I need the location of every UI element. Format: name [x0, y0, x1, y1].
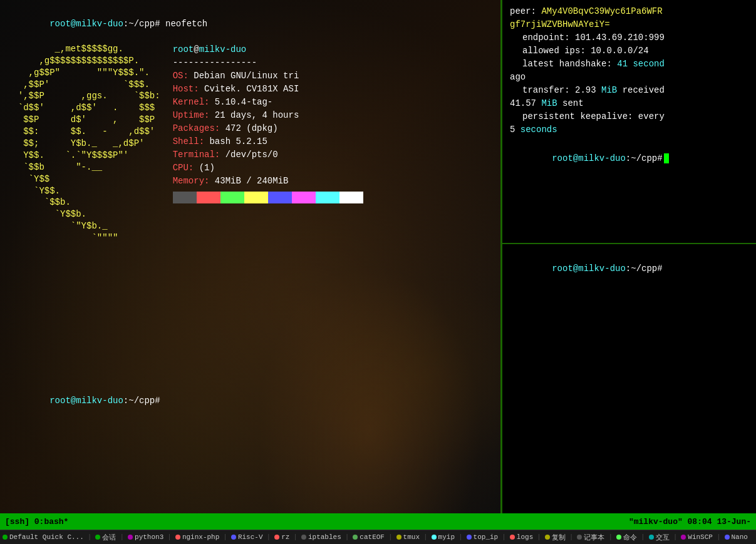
- tab-label-python3: python3: [135, 533, 163, 541]
- allowed-ips-line: allowed ips: 10.0.0.0/24: [510, 44, 748, 58]
- swatch-blue: [268, 192, 292, 203]
- tab-label-cateof: catEOF: [360, 533, 385, 541]
- right-top-section: peer: AMy4V0BqvC39Wyc61Pa6WFR gf7rjiWZVB…: [502, 0, 756, 244]
- tab-separator: |: [267, 533, 271, 541]
- tab-item-risc-v[interactable]: Risc-V: [231, 533, 263, 541]
- tab-dot-fuzhui: [545, 535, 550, 540]
- tab-label-myip: myip: [438, 533, 455, 541]
- tab-label-nano: Nano: [732, 533, 748, 541]
- tab-item-huihua[interactable]: 会话: [95, 533, 116, 542]
- tab-item-rz[interactable]: rz: [274, 533, 289, 541]
- tab-label-risc-v: Risc-V: [238, 533, 263, 541]
- uptime-line: Uptime: 21 days, 4 hours: [173, 109, 363, 122]
- tab-item-iptables[interactable]: iptables: [301, 533, 341, 541]
- neofetch-info: root@milkv-duo ---------------- OS: Debi…: [173, 43, 363, 244]
- tab-item-logs[interactable]: logs: [510, 533, 533, 541]
- tab-item-myip[interactable]: myip: [432, 533, 455, 541]
- tab-item-default-quick[interactable]: Default Quick C...: [3, 533, 84, 541]
- tab-item-jiben[interactable]: 记事本: [577, 533, 604, 542]
- tab-label-tmux: tmux: [403, 533, 420, 541]
- tab-separator: |: [569, 533, 574, 541]
- tab-bar: Default Quick C...|会话|python3|nginx-php|…: [0, 530, 756, 544]
- swatch-cyan: [316, 192, 339, 203]
- tab-separator: |: [223, 533, 227, 541]
- tab-dot-logs: [510, 535, 515, 540]
- tab-dot-tmux: [396, 535, 401, 540]
- terminal-area: root@milkv-duo:~/cpp# neofetch _,met$$$$…: [0, 0, 756, 513]
- prompt-hostname: root@milkv-duo: [49, 19, 123, 29]
- tab-separator: |: [423, 533, 428, 541]
- prompt-cwd: :~/cpp#: [123, 19, 160, 29]
- tab-label-fuzhui: 复制: [552, 533, 566, 542]
- swatch-green: [220, 192, 244, 203]
- right-prompt-2: root@milkv-duo:~/cpp#: [510, 249, 748, 289]
- latest-handshake-line: latest handshake: 41 second: [510, 58, 748, 71]
- tab-separator: |: [537, 533, 541, 541]
- persistent-line: persistent keepalive: every: [510, 110, 748, 123]
- transfer-line: transfer: 2.93 MiB received: [510, 84, 748, 97]
- tab-item-top-ip[interactable]: top_ip: [467, 533, 499, 541]
- tab-dot-cateof: [353, 535, 358, 540]
- os-line: OS: Debian GNU/Linux tri: [173, 69, 363, 83]
- kernel-line: Kernel: 5.10.4-tag-: [173, 96, 363, 109]
- tab-label-default-quick: Default Quick C...: [9, 533, 84, 541]
- tab-separator: |: [167, 533, 172, 541]
- tab-dot-default-quick: [3, 535, 8, 540]
- bottom-prompt-left: root@milkv-duo:~/cpp#: [8, 382, 493, 420]
- tab-item-tmux[interactable]: tmux: [396, 533, 420, 541]
- right-bottom-section: root@milkv-duo:~/cpp#: [502, 244, 756, 513]
- cursor-1: [664, 153, 669, 163]
- tab-dot-top-ip: [467, 535, 472, 540]
- tab-dot-rz: [274, 535, 279, 540]
- memory-line: Memory: 43MiB / 240MiB: [173, 175, 363, 188]
- swatch-white: [339, 192, 363, 203]
- tab-item-python3[interactable]: python3: [128, 533, 163, 541]
- right-pane[interactable]: peer: AMy4V0BqvC39Wyc61Pa6WFR gf7rjiWZVB…: [501, 0, 756, 513]
- tab-label-lingling: 命令: [623, 533, 637, 542]
- tab-separator: |: [120, 533, 124, 541]
- peer-key-line2: gf7rjiWZVBHwNAYeiY=: [510, 18, 748, 31]
- tab-dot-risc-v: [231, 535, 236, 540]
- tab-dot-jiben: [577, 535, 582, 540]
- status-right: "milkv-duo" 08:04 13-Jun-: [629, 517, 751, 526]
- swatch-dark-gray: [173, 192, 197, 203]
- separator-line: ----------------: [173, 56, 363, 69]
- tab-label-jiben: 记事本: [584, 533, 604, 542]
- tab-item-lingling[interactable]: 命令: [616, 533, 637, 542]
- tab-item-winscp[interactable]: WinSCP: [681, 533, 713, 541]
- tab-item-cateof[interactable]: catEOF: [353, 533, 385, 541]
- user-host-line: root@milkv-duo: [173, 43, 363, 56]
- tab-dot-myip: [432, 535, 437, 540]
- tab-dot-iptables: [301, 535, 306, 540]
- cpu-line: CPU: (1): [173, 162, 363, 175]
- tab-label-jiaohu: 交互: [656, 533, 670, 542]
- tab-dot-nano: [725, 535, 730, 540]
- status-bar: [ssh] 0:bash* "milkv-duo" 08:04 13-Jun-: [0, 513, 756, 530]
- seconds-line: 5 seconds: [510, 123, 748, 136]
- tab-dot-python3: [128, 535, 133, 540]
- tab-item-nano[interactable]: Nano: [725, 533, 748, 541]
- tab-separator: |: [345, 533, 350, 541]
- tab-label-huihua: 会话: [102, 533, 116, 542]
- tab-separator: |: [608, 533, 613, 541]
- tab-dot-huihua: [95, 535, 100, 540]
- tab-separator: |: [458, 533, 463, 541]
- tab-item-jiaohu[interactable]: 交互: [649, 533, 670, 542]
- left-pane[interactable]: root@milkv-duo:~/cpp# neofetch _,met$$$$…: [0, 0, 501, 513]
- tab-dot-nginx-php: [175, 535, 180, 540]
- tab-item-fuzhui[interactable]: 复制: [545, 533, 566, 542]
- host-line: Host: Cvitek. CV181X ASI: [173, 83, 363, 96]
- tab-dot-lingling: [616, 535, 621, 540]
- tab-dot-winscp: [681, 535, 686, 540]
- shell-line: Shell: bash 5.2.15: [173, 135, 363, 148]
- endpoint-line: endpoint: 101.43.69.210:999: [510, 31, 748, 44]
- tab-dot-jiaohu: [649, 535, 654, 540]
- right-prompt-1: root@milkv-duo:~/cpp#: [510, 139, 748, 178]
- ago-line: ago: [510, 71, 748, 84]
- tab-separator: |: [388, 533, 393, 541]
- tab-item-nginx-php[interactable]: nginx-php: [175, 533, 219, 541]
- tab-label-logs: logs: [517, 533, 533, 541]
- swatch-red: [197, 192, 220, 203]
- swatch-yellow: [244, 192, 268, 203]
- tab-label-top-ip: top_ip: [474, 533, 499, 541]
